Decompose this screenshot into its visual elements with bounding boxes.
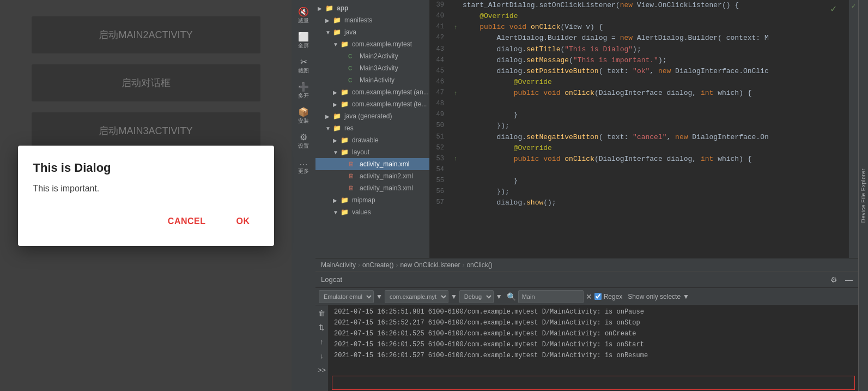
dropdown-arrow: ▼ xyxy=(376,293,383,300)
line-number: 44 xyxy=(430,55,451,66)
logcat-down-button[interactable]: ↓ xyxy=(317,350,327,361)
logcat-clear-button[interactable]: 🗑 xyxy=(317,308,327,318)
tree-label: activity_main2.xml xyxy=(360,172,413,180)
tree-item-com-example[interactable]: ▼ 📁 com.example.mytest xyxy=(315,38,429,50)
line-gutter xyxy=(451,33,460,44)
breadcrumb-mainactivity[interactable]: MainActivity xyxy=(321,261,356,269)
folder-icon: 📁 xyxy=(341,136,350,144)
tree-item-activity-main[interactable]: 🗎 activity_main.xml xyxy=(315,158,429,170)
tree-item-activity-main2[interactable]: 🗎 activity_main2.xml xyxy=(315,170,429,182)
tree-item-com-example-an[interactable]: ▶ 📁 com.example.mytest (an... xyxy=(315,86,429,98)
logcat-device-select[interactable]: Emulator emul xyxy=(319,290,374,303)
logcat-regex-checkbox[interactable] xyxy=(594,293,602,300)
dropdown-arrow: ▼ xyxy=(451,293,457,300)
line-gutter: ↑ xyxy=(451,22,460,33)
tree-label: java xyxy=(344,28,356,36)
logcat-content[interactable]: 2021-07-15 16:25:51.981 6100-6100/com.ex… xyxy=(329,305,858,375)
tree-arrow: ▶ xyxy=(325,17,333,23)
toolbar-screenshot[interactable]: ✂ 截图 xyxy=(293,55,314,77)
logcat-search-input[interactable] xyxy=(518,290,584,303)
line-number: 42 xyxy=(430,33,451,44)
line-number: 57 xyxy=(430,197,451,208)
line-number: 53 xyxy=(430,154,451,165)
logcat-package-select[interactable]: com.example.myt xyxy=(385,290,448,303)
tree-item-main2activity[interactable]: C Main2Activity xyxy=(315,50,429,62)
tree-label: Main2Activity xyxy=(360,52,398,60)
tree-item-app[interactable]: ▶ 📁 app xyxy=(315,2,429,14)
breadcrumb-oncreate[interactable]: onCreate() xyxy=(362,261,393,269)
line-gutter xyxy=(451,110,460,121)
logcat-filter-button[interactable]: ⇅ xyxy=(317,322,327,333)
toolbar-multiopen[interactable]: ➕ 多开 xyxy=(293,80,314,103)
line-content: public void onClick(DialogInterface dial… xyxy=(460,154,848,165)
dropdown-arrow: ▼ xyxy=(496,293,502,300)
logcat-gear-icon[interactable]: ⚙ xyxy=(830,275,837,284)
multiopen-icon: ➕ xyxy=(298,83,309,92)
tree-item-manifests[interactable]: ▶ 📁 manifests xyxy=(315,14,429,26)
xml-icon: 🗎 xyxy=(348,160,358,168)
logcat-search-clear[interactable]: ✕ xyxy=(586,292,592,301)
toolbar-settings[interactable]: ⚙ 设置 xyxy=(293,130,314,153)
logcat-side-buttons: 🗑 ⇅ ↑ ↓ >> xyxy=(315,305,329,391)
line-content: dialog.setMessage("This is important."); xyxy=(460,55,848,66)
tree-item-java-generated[interactable]: ▶ 📁 java (generated) xyxy=(315,110,429,122)
tree-item-activity-main3[interactable]: 🗎 activity_main3.xml xyxy=(315,182,429,194)
logcat-level-select[interactable]: Debug xyxy=(459,290,494,303)
tree-item-java[interactable]: ▼ 📁 java xyxy=(315,26,429,38)
xml-icon: 🗎 xyxy=(348,172,358,180)
dialog-overlay: This is Dialog This is important. CANCEL… xyxy=(0,0,292,391)
tree-item-drawable[interactable]: ▶ 📁 drawable xyxy=(315,134,429,146)
log-line-5: 2021-07-15 16:26:01.527 6100-6100/com.ex… xyxy=(329,350,858,361)
tree-item-res[interactable]: ▼ 📁 res xyxy=(315,122,429,134)
line-number: 46 xyxy=(430,77,451,88)
logcat-toolbar: Emulator emul ▼ com.example.myt ▼ Debug … xyxy=(315,288,858,305)
logcat-minimize-icon[interactable]: — xyxy=(845,275,853,284)
tree-item-values[interactable]: ▼ 📁 values xyxy=(315,206,429,218)
device-file-explorer-tab[interactable]: Device File Explorer xyxy=(858,0,868,391)
line-content xyxy=(460,99,848,110)
folder-icon: 📁 xyxy=(341,196,350,204)
tree-label: activity_main.xml xyxy=(360,160,409,168)
tree-item-com-example-te[interactable]: ▶ 📁 com.example.mytest (te... xyxy=(315,98,429,110)
line-gutter: ↑ xyxy=(451,88,460,99)
alert-dialog: This is Dialog This is important. CANCEL… xyxy=(18,146,274,246)
tree-label: com.example.mytest (te... xyxy=(352,100,427,108)
logcat-up-button[interactable]: ↑ xyxy=(317,336,327,347)
dialog-cancel-button[interactable]: CANCEL xyxy=(159,211,215,232)
toolbar-more-label: 更多 xyxy=(298,168,309,175)
toolbar-more[interactable]: … 更多 xyxy=(293,155,314,178)
breadcrumb-new-onclicklistener[interactable]: new OnClickListener xyxy=(400,261,460,269)
toolbar-multiopen-label: 多开 xyxy=(298,93,309,100)
toolbar-mute-label: 减量 xyxy=(298,17,309,25)
line-gutter xyxy=(451,176,460,187)
breadcrumb-onclick[interactable]: onClick() xyxy=(466,261,492,269)
code-editor[interactable]: ✓ 39 start_AlertDialog.setOnClickListene… xyxy=(430,0,848,258)
tree-arrow: ▼ xyxy=(333,41,341,47)
tree-arrow: ▼ xyxy=(333,149,341,155)
tree-arrow: ▼ xyxy=(325,29,333,35)
java-icon: C xyxy=(348,53,358,59)
line-content: public void onClick(View v) { xyxy=(460,22,848,33)
tree-item-mipmap[interactable]: ▶ 📁 mipmap xyxy=(315,194,429,206)
java-icon: C xyxy=(348,65,358,71)
folder-icon: 📁 xyxy=(333,124,343,132)
check-indicator: ✓ xyxy=(850,2,858,10)
toolbar-install[interactable]: 📦 安装 xyxy=(293,105,314,128)
log-line-3: 2021-07-15 16:26:01.525 6100-6100/com.ex… xyxy=(329,328,858,339)
code-line-43: 43 dialog.setTitle("This is Dialog"); xyxy=(430,44,848,55)
logcat-command-input[interactable] xyxy=(332,376,855,390)
logcat-more-button[interactable]: >> xyxy=(317,364,327,375)
line-gutter xyxy=(451,77,460,88)
tree-item-mainactivity[interactable]: C MainActivity xyxy=(315,74,429,86)
folder-icon: 📁 xyxy=(325,4,335,12)
dialog-ok-button[interactable]: OK xyxy=(228,211,259,232)
line-content: dialog.show(); xyxy=(460,197,848,208)
tree-label: java (generated) xyxy=(344,112,392,120)
toolbar-fullscreen[interactable]: ⬜ 全屏 xyxy=(293,29,314,52)
tree-item-main3activity[interactable]: C Main3Activity xyxy=(315,62,429,74)
dialog-message: This is important. xyxy=(33,184,259,194)
line-gutter xyxy=(451,143,460,154)
line-gutter xyxy=(451,121,460,131)
toolbar-mute[interactable]: 🔇 减量 xyxy=(293,4,314,27)
tree-item-layout[interactable]: ▼ 📁 layout xyxy=(315,146,429,158)
